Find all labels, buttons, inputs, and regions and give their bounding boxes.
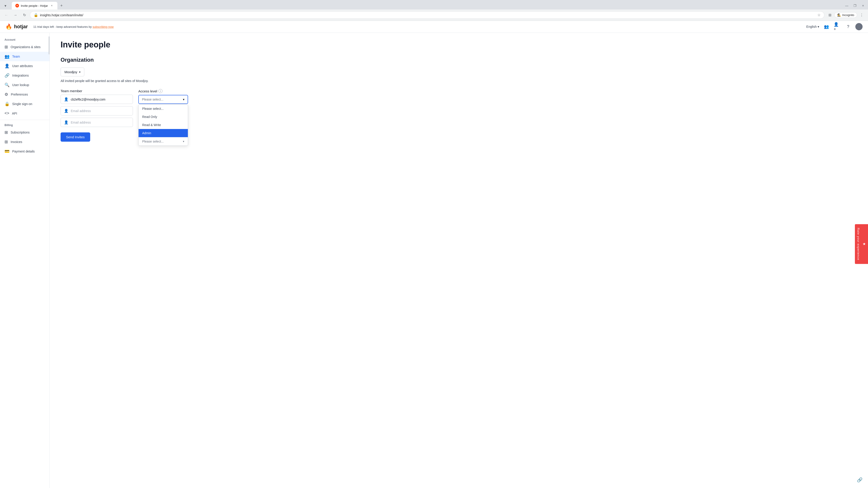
org-dropdown[interactable]: Moodjoy ▾	[61, 68, 84, 76]
incognito-badge[interactable]: 🕵 Incognito	[834, 12, 857, 18]
forward-button[interactable]: →	[12, 11, 19, 19]
integrations-icon: 🔗	[4, 73, 9, 78]
page-title: Invite people	[61, 40, 857, 50]
organizations-icon: ⊞	[4, 44, 8, 50]
payment-icon: 💳	[4, 149, 9, 154]
top-banner: 🔥 hotjar 11 trial days left - keep advan…	[0, 21, 868, 33]
org-chevron-icon: ▾	[79, 70, 81, 74]
address-text: insights.hotjar.com/team/invite/	[40, 13, 815, 17]
more-options-button[interactable]: ⋮	[858, 11, 865, 19]
send-invites-button[interactable]: Send Invites	[61, 132, 90, 142]
person-icon-2: 👤	[64, 109, 68, 113]
sidebar-item-api[interactable]: <> API	[0, 109, 50, 118]
sidebar-item-preferences[interactable]: ⚙ Preferences	[0, 90, 50, 99]
tab-favicon: H	[16, 4, 19, 7]
dropdown-footer-item[interactable]: Please select... ▾	[138, 137, 188, 145]
billing-section-label: Billing	[0, 122, 50, 128]
sidebar: Account ⊞ Organizations & sites 👥 Team 👤…	[0, 33, 50, 488]
email-input-2[interactable]: 👤 Email address	[61, 106, 133, 116]
email-placeholder-2: Email address	[71, 109, 91, 113]
access-placeholder-1: Please select...	[142, 98, 163, 101]
sidebar-item-api-label: API	[12, 111, 17, 115]
access-select-1[interactable]: Please select... ▾	[138, 95, 188, 104]
sidebar-item-integrations[interactable]: 🔗 Integrations	[0, 71, 50, 80]
api-icon: <>	[4, 111, 9, 116]
rate-experience-widget[interactable]: ★ Rate your experience	[855, 224, 868, 264]
subscribe-link[interactable]: subscribing now	[92, 25, 114, 29]
dropdown-option-read-only[interactable]: Read Only	[138, 113, 188, 121]
extensions-button[interactable]: ⊞	[826, 11, 833, 19]
back-button[interactable]: ←	[3, 11, 10, 19]
access-level-label: Access level i	[138, 89, 188, 93]
invoices-icon: ⊞	[4, 139, 8, 144]
person-icon-1: 👤	[64, 97, 68, 101]
new-tab-button[interactable]: +	[58, 2, 65, 9]
sidebar-item-preferences-label: Preferences	[11, 93, 28, 96]
sidebar-item-sso[interactable]: 🔒 Single sign-on	[0, 99, 50, 109]
main-content: Invite people Organization Moodjoy ▾ All…	[50, 33, 868, 488]
email-inputs: 👤 cb2ef6c2@moodjoy.com 👤 Email address 👤…	[61, 95, 133, 127]
help-icon[interactable]: ?	[844, 23, 852, 30]
access-chevron-icon: ▾	[183, 98, 184, 101]
invite-user-icon[interactable]: 👤+	[834, 23, 841, 30]
language-selector[interactable]: English ▾	[806, 25, 819, 29]
org-note: All invited people will be granted acces…	[61, 79, 857, 83]
logo-text: hotjar	[14, 24, 28, 30]
sidebar-item-user-lookup-label: User lookup	[12, 83, 29, 87]
sidebar-item-user-lookup[interactable]: 🔍 User lookup	[0, 80, 50, 90]
access-level-info-icon[interactable]: i	[158, 89, 162, 93]
sidebar-item-team[interactable]: 👥 Team	[0, 52, 50, 61]
address-bar[interactable]: 🔒 insights.hotjar.com/team/invite/ ☆	[30, 11, 825, 19]
bookmark-icon[interactable]: ☆	[817, 13, 820, 17]
user-avatar[interactable]	[855, 23, 863, 30]
window-controls: — ❐ ×	[844, 2, 866, 9]
sidebar-item-invoices[interactable]: ⊞ Invoices	[0, 137, 50, 147]
sidebar-item-payment[interactable]: 💳 Payment details	[0, 147, 50, 156]
address-icons: ☆	[817, 13, 820, 17]
email-input-3[interactable]: 👤 Email address	[61, 118, 133, 127]
rate-widget-icon: ★	[862, 242, 866, 246]
main-area: Account ⊞ Organizations & sites 👥 Team 👤…	[0, 33, 868, 488]
access-dropdown-menu: Please select... Read Only Read & Write …	[138, 104, 188, 146]
link-icon[interactable]: 🔗	[857, 477, 863, 483]
browser-chrome: ▾ H Invite people - Hotjar × + — ❐ × ← →…	[0, 0, 868, 21]
sidebar-item-payment-label: Payment details	[12, 150, 35, 153]
dropdown-option-admin[interactable]: Admin	[138, 129, 188, 137]
sidebar-item-integrations-label: Integrations	[12, 74, 29, 77]
email-placeholder-3: Email address	[71, 121, 91, 124]
tab-bar-left: ▾	[2, 2, 9, 9]
dropdown-footer-chevron-icon: ▾	[183, 140, 184, 143]
tab-title: Invite people - Hotjar	[21, 4, 48, 7]
browser-right: ⊞ 🕵 Incognito ⋮	[826, 11, 865, 19]
sidebar-item-sso-label: Single sign-on	[12, 102, 32, 106]
org-name: Moodjoy	[64, 70, 77, 74]
minimize-button[interactable]: —	[844, 2, 850, 9]
banner-left: 🔥 hotjar 11 trial days left - keep advan…	[5, 24, 114, 30]
tab-list-button[interactable]: ▾	[2, 2, 9, 9]
team-member-group: Team member 👤 cb2ef6c2@moodjoy.com 👤 Ema…	[61, 89, 133, 127]
app-layout: 🔥 hotjar 11 trial days left - keep advan…	[0, 21, 868, 488]
dropdown-option-please-select[interactable]: Please select...	[138, 105, 188, 113]
restore-button[interactable]: ❐	[852, 2, 858, 9]
reload-button[interactable]: ↻	[21, 11, 28, 19]
email-value-1: cb2ef6c2@moodjoy.com	[71, 98, 105, 101]
dropdown-option-read-write[interactable]: Read & Write	[138, 121, 188, 129]
email-input-1[interactable]: 👤 cb2ef6c2@moodjoy.com	[61, 95, 133, 104]
language-label: English	[806, 25, 817, 29]
sidebar-item-subscriptions-label: Subscriptions	[11, 131, 30, 134]
subscriptions-icon: ⊞	[4, 130, 8, 135]
invite-form: Team member 👤 cb2ef6c2@moodjoy.com 👤 Ema…	[61, 89, 857, 127]
section-title: Organization	[61, 57, 857, 63]
tab-close-button[interactable]: ×	[50, 4, 54, 8]
hotjar-logo[interactable]: 🔥 hotjar	[5, 24, 28, 30]
account-section-label: Account	[0, 36, 50, 42]
close-button[interactable]: ×	[860, 2, 866, 9]
user-lookup-icon: 🔍	[4, 83, 9, 88]
sidebar-item-invoices-label: Invoices	[11, 140, 22, 144]
new-features-icon[interactable]: 👥	[823, 23, 830, 30]
sidebar-item-user-attributes[interactable]: 👤 User attributes	[0, 61, 50, 71]
sidebar-item-subscriptions[interactable]: ⊞ Subscriptions	[0, 128, 50, 137]
sidebar-item-organizations[interactable]: ⊞ Organizations & sites	[0, 42, 50, 52]
active-tab[interactable]: H Invite people - Hotjar ×	[12, 2, 57, 9]
user-attributes-icon: 👤	[4, 64, 9, 68]
